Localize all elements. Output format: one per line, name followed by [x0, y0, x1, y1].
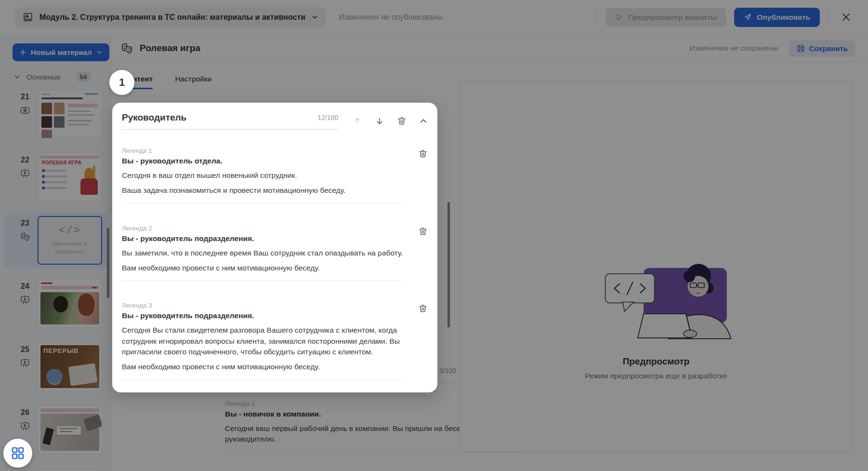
legend-block: Легенда 3 Вы - руководитель подразделени…: [122, 302, 428, 379]
role-card-manager: Руководитель 12/100 Легенда 1: [112, 103, 437, 392]
legend-title: Вы - руководитель подразделения.: [122, 234, 405, 243]
legend-paragraph: Сегодня в ваш отдел вышел новенький сотр…: [122, 170, 405, 181]
move-up-icon[interactable]: [353, 116, 362, 126]
grid-icon: [11, 446, 25, 460]
all-materials-grid-button[interactable]: [3, 439, 32, 468]
legend-title: Вы - руководитель отдела.: [122, 157, 405, 165]
delete-legend-icon[interactable]: [418, 227, 428, 236]
legend-paragraph: Ваша задача познакомиться и провести мот…: [122, 185, 405, 196]
delete-role-icon[interactable]: [397, 116, 407, 126]
legend-paragraph: Сегодня Вы стали свидетелем разговора Ва…: [122, 325, 405, 357]
legend-label: Легенда 3: [122, 302, 405, 309]
legend-text-input[interactable]: Легенда 1 Вы - руководитель отдела. Сего…: [122, 147, 405, 203]
collapse-icon[interactable]: [419, 117, 428, 125]
move-down-icon[interactable]: [375, 116, 384, 126]
legend-text-input[interactable]: Легенда 2 Вы - руководитель подразделени…: [122, 225, 405, 281]
legend-block: Легенда 1 Вы - руководитель отдела. Сего…: [122, 147, 428, 203]
char-counter: 12/100: [317, 114, 338, 121]
legend-paragraph: Вам необходимо провести с ним мотивацион…: [122, 362, 405, 372]
legend-paragraph: Вы заметили, что в последнее время Ваш с…: [122, 248, 405, 258]
app-window: Модуль 2. Структура тренинга в ТС онлайн…: [0, 0, 868, 471]
legend-label: Легенда 1: [122, 147, 405, 154]
role-name: Руководитель: [122, 112, 186, 123]
delete-legend-icon[interactable]: [418, 149, 428, 159]
legend-text-input[interactable]: Легенда 3 Вы - руководитель подразделени…: [122, 302, 405, 379]
legend-title: Вы - руководитель подразделения.: [122, 311, 405, 320]
legend-label: Легенда 2: [122, 225, 405, 232]
legend-paragraph: Вам необходимо провести с ним мотивацион…: [122, 263, 405, 273]
role-name-input[interactable]: Руководитель 12/100: [122, 112, 338, 130]
delete-legend-icon[interactable]: [418, 304, 428, 313]
legend-block: Легенда 2 Вы - руководитель подразделени…: [122, 225, 428, 281]
tutorial-step-badge: 1: [109, 70, 134, 95]
